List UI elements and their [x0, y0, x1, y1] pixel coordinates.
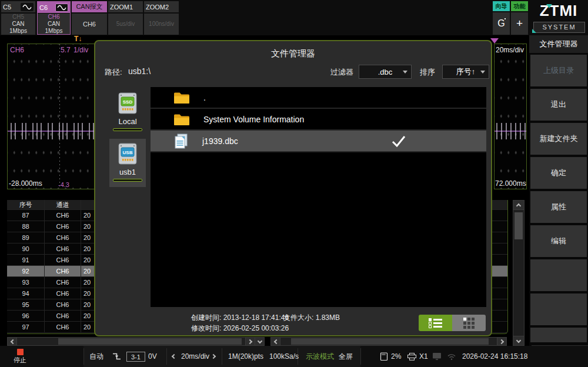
trigger-source[interactable]: 3-1	[126, 346, 145, 367]
tab-zoom2-body[interactable]: 100ns/div	[144, 14, 179, 35]
trigger-time-marker[interactable]: T↓	[74, 35, 82, 43]
can-waveform	[495, 44, 526, 189]
file-size: 文件大小: 1.83MB	[283, 313, 340, 323]
svg-text:SSD: SSD	[123, 99, 133, 105]
file-row-selected[interactable]: j1939.dbc	[151, 131, 486, 152]
time-left-label: -28.000ms	[9, 179, 42, 188]
scroll-right-button[interactable]	[245, 338, 255, 345]
oscilloscope-screen: C5 CH5 CAN 1Mbps C6 CH6 CAN 1Mbps	[0, 0, 588, 367]
scope-mode-button[interactable]: 示波模式	[306, 346, 334, 367]
wizard-label: 向导	[493, 1, 510, 11]
stop-icon	[17, 349, 24, 355]
capacity-bar	[113, 179, 142, 182]
plus-icon: +	[511, 12, 528, 35]
scroll-track[interactable]	[280, 338, 497, 345]
scroll-collapse-button[interactable]	[255, 338, 264, 345]
sidebar-button-exit[interactable]: 退出	[530, 89, 587, 121]
run-stop-control[interactable]: 停止	[8, 348, 32, 365]
timebase-decrease-button[interactable]	[172, 346, 175, 367]
horizontal-scrollbar-left[interactable]	[7, 337, 265, 346]
function-button[interactable]: 功能 +	[511, 1, 528, 35]
storage-percent: 2%	[391, 346, 401, 367]
drive-item-local[interactable]: SSD Local	[109, 88, 146, 136]
tab-zoom2[interactable]: ZOOM2 100ns/div	[144, 1, 179, 35]
tab-zoom1-header[interactable]: ZOOM1	[108, 1, 143, 12]
grid-view-button[interactable]	[452, 315, 486, 331]
trigger-edge-icon	[112, 346, 122, 367]
drive-panel: SSD Local USB usb1	[109, 87, 146, 307]
brand-corner-icon	[532, 29, 536, 33]
can-waveform	[8, 44, 95, 189]
sine-icon	[55, 4, 68, 12]
tab-c5-header[interactable]: C5	[1, 1, 35, 12]
tab-can-body[interactable]: CH6	[72, 14, 107, 35]
horizontal-scrollbar-right[interactable]	[270, 337, 507, 346]
file-manager-dialog: 文件管理器 路径: usb1:\ 过滤器 .dbc 排序 序号↑ SSD	[94, 40, 492, 336]
file-list: . System Volume Information j193	[151, 87, 486, 307]
top-bar: C5 CH5 CAN 1Mbps C6 CH6 CAN 1Mbps	[0, 0, 588, 35]
vertical-scrollbar[interactable]	[513, 200, 524, 346]
sample-rate: 100kSa/s	[269, 346, 299, 367]
waveform-grid-left: CH6 5.7 1/div -28.000ms -4.3	[7, 44, 95, 189]
tab-c6-body[interactable]: CH6 CAN 1Mbps	[38, 14, 70, 34]
scroll-track[interactable]	[17, 338, 245, 345]
usb-drive-icon: USB	[118, 143, 138, 166]
fullscreen-button[interactable]: 全屏	[339, 346, 353, 367]
tab-can-header[interactable]: CAN报文	[72, 1, 107, 12]
sidebar-button-properties[interactable]: 属性	[530, 191, 587, 223]
trigger-level-label: -4.3	[58, 181, 69, 188]
scroll-thumb[interactable]	[291, 338, 489, 345]
tab-c6[interactable]: C6 CH6 CAN 1Mbps	[37, 1, 71, 35]
drive-item-usb1[interactable]: USB usb1	[109, 139, 146, 187]
wizard-icon: G	[493, 12, 510, 35]
function-label: 功能	[511, 1, 528, 11]
sidebar-button-new-folder[interactable]: 新建文件夹	[530, 123, 587, 155]
file-row[interactable]: .	[151, 87, 486, 109]
checkmark-icon	[391, 135, 406, 148]
display-icon	[432, 346, 442, 367]
scroll-thumb[interactable]	[58, 338, 242, 345]
file-row[interactable]: System Volume Information	[151, 109, 486, 131]
status-bar: 停止 自动 3-1 0V 20ms/div 1M(20k)pts 100kSa/…	[0, 346, 588, 367]
scroll-thumb[interactable]	[514, 212, 523, 239]
tab-zoom1-body[interactable]: 5us/div	[108, 14, 143, 35]
sidebar-button-confirm[interactable]: 确定	[530, 157, 587, 189]
trigger-level[interactable]: 0V	[148, 346, 157, 367]
datetime: 2026-02-24 16:15:18	[462, 346, 527, 367]
folder-icon	[173, 112, 191, 126]
sidebar-button-parent-dir[interactable]: 上级目录	[530, 55, 587, 86]
filter-select[interactable]: .dbc	[359, 65, 412, 79]
created-time: 创建时间: 2013-12-18 17:41:46	[191, 313, 289, 323]
trigger-mode[interactable]: 自动	[89, 346, 103, 367]
sidebar-button-edit[interactable]: 编辑	[530, 225, 587, 257]
timebase-increase-button[interactable]	[213, 346, 215, 367]
tab-c6-header[interactable]: C6	[38, 2, 70, 13]
scroll-down-button[interactable]	[513, 336, 524, 345]
scroll-right-button[interactable]	[497, 338, 506, 345]
document-icon	[173, 133, 189, 149]
capacity-bar	[113, 128, 142, 131]
sort-label: 排序	[420, 67, 435, 78]
sort-select[interactable]: 序号↑	[442, 65, 489, 79]
scroll-left-button[interactable]	[271, 338, 280, 345]
tab-c5[interactable]: C5 CH5 CAN 1Mbps	[1, 1, 35, 35]
tab-can-message[interactable]: CAN报文 CH6	[72, 1, 107, 35]
timebase-value[interactable]: 20ms/div	[181, 346, 209, 367]
scroll-left-button[interactable]	[8, 338, 17, 345]
tab-zoom1[interactable]: ZOOM1 5us/div	[108, 1, 143, 35]
list-view-button[interactable]	[419, 315, 452, 331]
tab-zoom2-header[interactable]: ZOOM2	[144, 1, 179, 12]
sine-icon	[21, 3, 34, 11]
wizard-button[interactable]: 向导 G	[493, 1, 510, 35]
list-view-icon	[429, 318, 442, 329]
caret-down-icon	[480, 71, 485, 74]
scroll-up-button[interactable]	[513, 201, 524, 210]
menu-sidebar: 文件管理器 上级目录 退出 新建文件夹 确定 属性 编辑	[529, 35, 588, 346]
dialog-title: 文件管理器	[95, 48, 491, 59]
sidebar-button-empty	[530, 328, 587, 342]
stop-label: 停止	[14, 356, 26, 365]
print-count: X1	[419, 346, 428, 367]
time-right-label: 72.000ms	[495, 179, 526, 188]
tab-c5-body[interactable]: CH5 CAN 1Mbps	[1, 14, 35, 35]
printer-icon[interactable]	[407, 346, 417, 367]
